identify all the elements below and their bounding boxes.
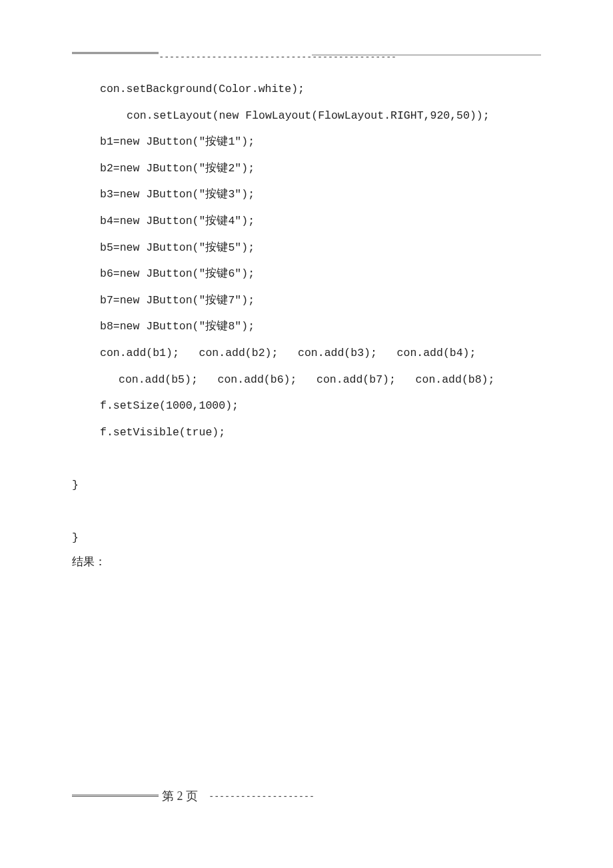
code-line: b4=new JButton("按键4");: [72, 208, 546, 235]
code-line: con.setBackground(Color.white);: [72, 76, 546, 103]
code-line: con.add(b5); con.add(b6); con.add(b7); c…: [72, 367, 546, 393]
code-line: b3=new JButton("按键3");: [72, 181, 546, 208]
document-page: ----------------------------------------…: [0, 0, 613, 575]
code-line: b2=new JButton("按键2");: [72, 155, 546, 182]
code-line: con.add(b1); con.add(b2); con.add(b3); c…: [72, 340, 546, 367]
code-line: b6=new JButton("按键6");: [72, 261, 546, 287]
page-number: 第 2 页: [162, 788, 198, 804]
code-line: b7=new JButton("按键7");: [72, 287, 546, 314]
header-thick-rule: [72, 52, 159, 54]
code-line: }: [72, 525, 546, 551]
code-line: b5=new JButton("按键5");: [72, 235, 546, 261]
footer-separator: 第 2 页 ----------------------------------…: [72, 788, 541, 801]
code-line: con.setLayout(new FlowLayout(FlowLayout.…: [72, 103, 546, 129]
footer-thick-rule: [72, 795, 159, 797]
code-line: [72, 499, 546, 525]
code-line: }: [72, 472, 546, 499]
code-line: f.setVisible(true);: [72, 419, 546, 446]
code-line: b8=new JButton("按键8");: [72, 313, 546, 340]
result-label: 结果：: [72, 549, 546, 575]
code-line: [72, 445, 546, 472]
code-block: con.setBackground(Color.white);con.setLa…: [72, 76, 546, 551]
header-thin-rule: [312, 55, 541, 55]
code-line: f.setSize(1000,1000);: [72, 393, 546, 419]
footer-dashes: ----------------------------------------…: [209, 791, 314, 801]
header-separator: ----------------------------------------…: [72, 47, 541, 56]
code-line: b1=new JButton("按键1");: [72, 129, 546, 155]
header-dashes: ----------------------------------------…: [159, 51, 396, 62]
